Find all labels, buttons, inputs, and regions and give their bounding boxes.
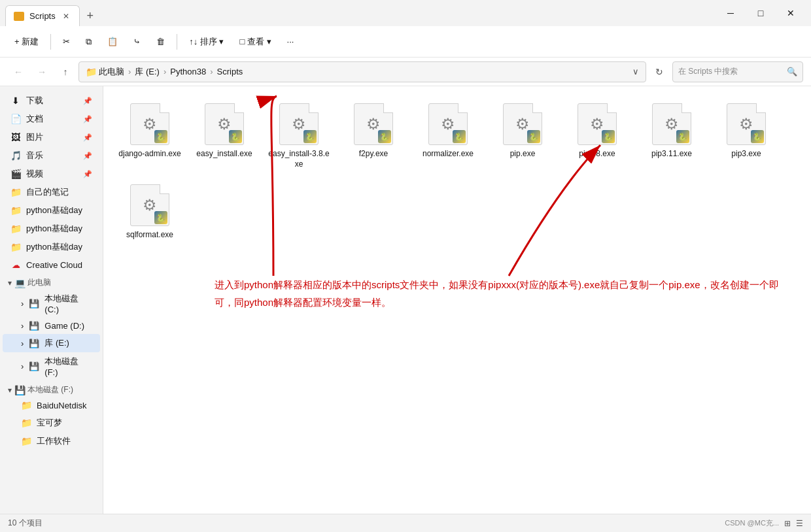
paste-button[interactable]: 📋: [101, 33, 124, 50]
file-icon-pip3: ⚙ 🐍: [725, 103, 767, 145]
cut-button[interactable]: ✂: [56, 33, 77, 50]
file-icon-django: ⚙ 🐍: [129, 103, 171, 145]
sidebar-item-e[interactable]: › 💾 库 (E:): [3, 334, 100, 352]
sidebar-item-creative-cloud[interactable]: ☁ Creative Cloud: [3, 256, 100, 273]
sidebar-item-download[interactable]: ⬇ 下载 📌: [3, 91, 100, 110]
sidebar-item-pybasic1[interactable]: 📁 python基础day: [3, 201, 100, 220]
breadcrumb-e[interactable]: 库 (E:): [132, 65, 162, 79]
sidebar-label-video: 视频: [26, 168, 43, 180]
list-view-icon[interactable]: ☰: [796, 519, 803, 528]
sidebar-item-pybasic3[interactable]: 📁 python基础day: [3, 238, 100, 256]
back-button[interactable]: ←: [8, 61, 29, 82]
new-tab-button[interactable]: +: [80, 5, 101, 26]
csdn-label: CSDN @MC充...: [725, 518, 779, 528]
more-button[interactable]: ···: [281, 33, 301, 50]
sidebar-item-baidu[interactable]: 📁 BaiduNetdisk: [3, 397, 100, 414]
sidebar-item-docs[interactable]: 📄 文档 📌: [3, 110, 100, 128]
sidebar-item-f[interactable]: › 💾 本地磁盘 (F:): [3, 352, 100, 380]
maximize-button[interactable]: □: [746, 0, 776, 26]
chevron-d-icon: ›: [21, 321, 24, 331]
grid-view-icon[interactable]: ⊞: [784, 519, 791, 528]
copy-button[interactable]: ⧉: [79, 33, 98, 51]
folder-icon-pybasic3: 📁: [10, 242, 21, 252]
folder-work-icon: 📁: [21, 436, 31, 446]
sidebar-label-creative-cloud: Creative Cloud: [26, 260, 82, 270]
file-icon-sqlformat: ⚙ 🐍: [129, 184, 171, 226]
annotation-text: 进入到python解释器相应的版本中的scripts文件夹中，如果没有pipxx…: [215, 276, 798, 311]
file-pip38[interactable]: ⚙ 🐍 pip3.8.exe: [561, 97, 633, 175]
file-easy-install-38[interactable]: ⚙ 🐍 easy_install-3.8.exe: [263, 97, 335, 175]
file-pip3[interactable]: ⚙ 🐍 pip3.exe: [710, 97, 782, 175]
sidebar-label-pybasic2: python基础day: [26, 223, 82, 235]
sidebar-section-thispc[interactable]: ▾ 💻 此电脑: [0, 273, 103, 290]
sidebar-label-f: 本地磁盘 (F:): [44, 356, 92, 377]
active-tab[interactable]: Scripts ✕: [5, 5, 80, 26]
close-button[interactable]: ✕: [776, 0, 806, 26]
sidebar-item-c[interactable]: › 💾 本地磁盘 (C:): [3, 290, 100, 318]
pin-icon-music: 📌: [83, 152, 92, 160]
disk-f-icon: 💾: [29, 361, 39, 371]
view-button[interactable]: □ 查看 ▾: [233, 32, 277, 52]
search-icon: 🔍: [787, 67, 797, 76]
file-name-easy-install: easy_install.exe: [196, 149, 252, 159]
file-name-easy-install-38: easy_install-3.8.exe: [267, 149, 331, 169]
address-folder-icon: 📁: [86, 67, 96, 77]
file-easy-install[interactable]: ⚙ 🐍 easy_install.exe: [188, 97, 260, 175]
sidebar: ⬇ 下载 📌 📄 文档 📌 🖼 图片 📌 🎵 音乐 📌 🎬 视频 📌 📁 自: [0, 86, 103, 514]
file-name-django: django-admin.exe: [118, 149, 181, 159]
folder-baidu-icon: 📁: [21, 400, 31, 410]
file-name-pip: pip.exe: [510, 149, 536, 159]
file-sqlformat[interactable]: ⚙ 🐍 sqlformat.exe: [114, 178, 186, 256]
sidebar-item-pics[interactable]: 🖼 图片 📌: [3, 128, 100, 146]
address-dropdown-icon[interactable]: ∨: [632, 67, 639, 76]
pin-icon-docs: 📌: [83, 115, 92, 124]
file-icon-easy-install-38: ⚙ 🐍: [278, 103, 320, 145]
sidebar-label-docs: 文档: [26, 113, 43, 125]
sidebar-label-pybasic1: python基础day: [26, 205, 82, 216]
tab-title: Scripts: [29, 11, 56, 21]
tab-folder-icon: [14, 12, 24, 21]
file-pip311[interactable]: ⚙ 🐍 pip3.11.exe: [636, 97, 708, 175]
sidebar-label-music: 音乐: [26, 150, 43, 161]
refresh-button[interactable]: ↻: [649, 61, 670, 82]
file-django-admin[interactable]: ⚙ 🐍 django-admin.exe: [114, 97, 186, 175]
sidebar-item-d[interactable]: › 💾 Game (D:): [3, 318, 100, 334]
folder-pokemon-icon: 📁: [21, 418, 31, 428]
breadcrumb-pc[interactable]: 此电脑: [96, 65, 127, 79]
breadcrumb-scripts[interactable]: Scripts: [215, 65, 246, 78]
tab-close-button[interactable]: ✕: [61, 11, 71, 22]
toolbar-divider-1: [50, 34, 51, 50]
file-normalizer[interactable]: ⚙ 🐍 normalizer.exe: [412, 97, 484, 175]
download-icon: ⬇: [10, 95, 21, 106]
minimize-button[interactable]: ─: [716, 0, 746, 26]
sidebar-item-notes[interactable]: 📁 自己的笔记: [3, 183, 100, 201]
forward-button[interactable]: →: [31, 61, 52, 82]
up-button[interactable]: ↑: [55, 61, 76, 82]
main-area: ⬇ 下载 📌 📄 文档 📌 🖼 图片 📌 🎵 音乐 📌 🎬 视频 📌 📁 自: [0, 86, 811, 514]
file-f2py[interactable]: ⚙ 🐍 f2py.exe: [337, 97, 409, 175]
sort-button[interactable]: ↑↓ 排序 ▾: [182, 32, 230, 52]
file-name-normalizer: normalizer.exe: [423, 149, 474, 159]
toolbar-divider-2: [177, 34, 177, 50]
sidebar-item-video[interactable]: 🎬 视频 📌: [3, 165, 100, 183]
disk-e-icon: 💾: [29, 339, 39, 348]
sidebar-section-local-f[interactable]: ▾ 💾 本地磁盘 (F:): [0, 380, 103, 397]
sidebar-item-work[interactable]: 📁 工作软件: [3, 432, 100, 450]
music-icon: 🎵: [10, 150, 21, 161]
folder-icon-pybasic2: 📁: [10, 224, 21, 234]
sidebar-item-pybasic2[interactable]: 📁 python基础day: [3, 220, 100, 238]
rename-button[interactable]: ⤷: [127, 33, 147, 50]
new-button[interactable]: + 新建: [8, 32, 45, 52]
sidebar-item-music[interactable]: 🎵 音乐 📌: [3, 146, 100, 165]
breadcrumb-python38[interactable]: Python38: [167, 65, 209, 78]
chevron-f-icon: ›: [21, 361, 24, 371]
docs-icon: 📄: [10, 114, 21, 124]
file-icon-easy-install: ⚙ 🐍: [203, 103, 245, 145]
file-pip[interactable]: ⚙ 🐍 pip.exe: [487, 97, 559, 175]
delete-button[interactable]: 🗑: [150, 33, 171, 50]
sidebar-item-pokemon[interactable]: 📁 宝可梦: [3, 414, 100, 432]
search-box[interactable]: 在 Scripts 中搜索 🔍: [672, 61, 803, 82]
thispc-icon: 💻: [14, 278, 25, 288]
search-placeholder: 在 Scripts 中搜索: [678, 66, 738, 77]
address-bar[interactable]: 📁 此电脑 › 库 (E:) › Python38 › Scripts ∨: [78, 61, 646, 82]
